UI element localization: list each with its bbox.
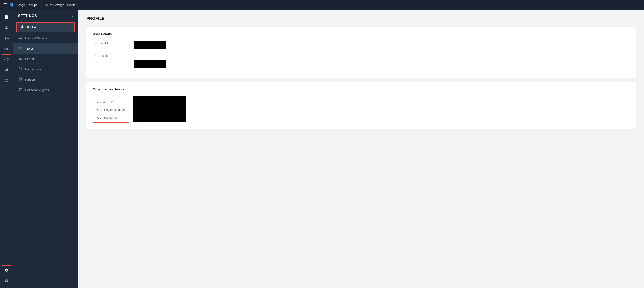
nav-label-feeds: Feeds	[25, 57, 34, 61]
svg-rect-14	[19, 57, 22, 57]
svg-rect-9	[7, 81, 8, 82]
svg-rect-7	[7, 79, 8, 80]
org-fields-outlined: Customer ID: GCP Project Number: GCP Pro…	[93, 96, 129, 123]
profile-nav-icon	[20, 25, 24, 30]
topbar-page-title: SIEM Settings - Profile	[45, 3, 76, 7]
content-area: PROFILE User Details IDP User ID: IDP Gr…	[78, 10, 644, 288]
sidebar-icon-grid[interactable]	[2, 76, 12, 85]
icon-sidebar: 📄 ▶ ▶ ▼	[0, 10, 13, 288]
nav-item-roles[interactable]: Roles	[13, 43, 78, 54]
users-groups-nav-icon	[18, 36, 22, 40]
nav-label-parsers: Parsers	[25, 78, 36, 81]
topbar-logo: Google SecOps	[9, 2, 38, 7]
sidebar-icon-shield-expand[interactable]: ▶	[2, 33, 12, 43]
google-secops-shield-icon	[9, 2, 14, 7]
sidebar-icon-globe-expand[interactable]: ▶	[2, 44, 12, 54]
menu-icon[interactable]: ☰	[3, 2, 7, 7]
svg-rect-23	[19, 90, 20, 91]
svg-rect-5	[7, 68, 8, 71]
idp-user-id-row: IDP User ID:	[93, 41, 629, 49]
main-layout: 📄 ▶ ▶ ▼	[0, 10, 644, 288]
svg-rect-8	[5, 81, 6, 82]
svg-rect-10	[19, 47, 22, 49]
settings-title: SETTINGS	[18, 14, 37, 18]
org-values-redacted	[133, 96, 186, 123]
nav-item-feeds[interactable]: Feeds	[13, 54, 78, 64]
svg-rect-3	[5, 70, 6, 71]
nav-item-profile[interactable]: Profile	[16, 22, 75, 32]
sidebar-icon-settings-active[interactable]	[2, 265, 12, 275]
topbar: ☰ Google SecOps | SIEM Settings - Profil…	[0, 0, 644, 10]
sidebar-icon-settings-sub[interactable]	[2, 276, 12, 286]
gcp-project-id-label: GCP Project ID:	[97, 115, 125, 119]
org-details-card: Organization Details Customer ID: GCP Pr…	[86, 82, 636, 129]
svg-rect-6	[5, 79, 6, 80]
idp-user-id-label: IDP User ID:	[93, 41, 134, 45]
idp-groups-label: IDP Groups:	[93, 53, 134, 57]
settings-header: SETTINGS ‹	[13, 14, 78, 22]
parsers-nav-icon	[18, 77, 22, 82]
sidebar-icon-user[interactable]	[2, 23, 12, 32]
idp-groups-row: IDP Groups:	[93, 53, 629, 68]
nav-label-collection-agents: Collection Agents	[25, 88, 49, 92]
customer-id-label: Customer ID:	[97, 100, 125, 104]
org-details-card-title: Organization Details	[93, 88, 629, 91]
roles-nav-icon	[18, 46, 23, 51]
svg-rect-16	[19, 59, 22, 60]
svg-rect-4	[6, 69, 7, 71]
nav-item-collection-agents[interactable]: Collection Agents	[13, 85, 78, 95]
svg-point-11	[20, 47, 20, 48]
settings-collapse-button[interactable]: ‹	[72, 14, 73, 18]
gcp-project-number-label: GCP Project Number:	[97, 108, 125, 112]
collection-agents-nav-icon	[18, 88, 22, 92]
svg-rect-15	[19, 58, 22, 59]
page-title: PROFILE	[86, 16, 636, 21]
nav-item-users-groups[interactable]: Users & Groups	[13, 33, 78, 43]
settings-sidebar: SETTINGS ‹ Profile Users & Groups Rol	[13, 10, 78, 288]
nav-label-roles: Roles	[26, 47, 34, 50]
nav-item-parsers[interactable]: Parsers	[13, 74, 78, 85]
user-details-card: User Details IDP User ID: IDP Groups:	[86, 27, 636, 78]
topbar-divider: |	[41, 3, 42, 7]
svg-rect-22	[20, 88, 22, 89]
sidebar-icon-chart[interactable]	[2, 65, 12, 75]
feeds-nav-icon	[18, 56, 22, 61]
forwarders-nav-icon	[18, 67, 22, 71]
svg-rect-21	[19, 88, 20, 89]
idp-groups-value	[134, 59, 166, 68]
nav-label-profile: Profile	[27, 26, 36, 29]
nav-item-forwarders[interactable]: Forwarders	[13, 64, 78, 74]
sidebar-icon-settings-expand[interactable]: ▼	[2, 54, 12, 64]
org-card-inner: Customer ID: GCP Project Number: GCP Pro…	[93, 96, 629, 123]
sidebar-icon-documents[interactable]: 📄	[2, 12, 12, 22]
topbar-brand-name: Google SecOps	[16, 3, 38, 7]
user-details-card-title: User Details	[93, 32, 629, 36]
nav-label-users-groups: Users & Groups	[25, 36, 47, 40]
nav-label-forwarders: Forwarders	[25, 67, 41, 71]
idp-user-id-value	[134, 41, 166, 49]
